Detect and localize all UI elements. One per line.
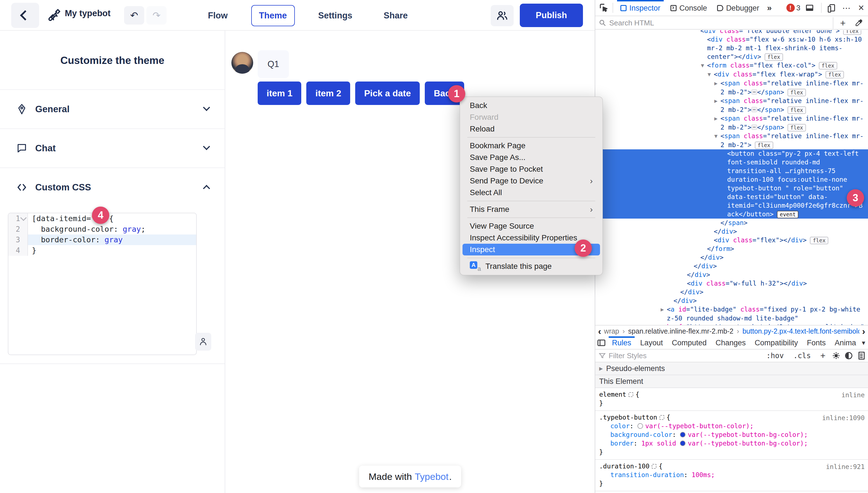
context-menu-item[interactable]: Forward	[463, 111, 600, 123]
add-rule-button[interactable]: +	[819, 350, 827, 361]
fold-chevron-icon[interactable]	[21, 238, 26, 242]
context-menu-item[interactable]: View Page Source	[463, 220, 600, 232]
redo-button[interactable]: ↷	[146, 6, 166, 25]
rule-source-location[interactable]: inline	[842, 391, 865, 400]
filter-styles-bar[interactable]: Filter Styles :hov .cls +	[595, 349, 868, 362]
twisty-icon[interactable]: ▼	[714, 132, 721, 141]
markup-badge[interactable]: flex	[788, 124, 806, 131]
node-picker-button[interactable]	[598, 3, 610, 13]
tree-node[interactable]: </div>	[595, 227, 868, 236]
tree-node-code[interactable]: <div class="flex bubble enter done">	[700, 30, 840, 34]
context-menu-item[interactable]: Send Page to Device ›	[463, 175, 600, 187]
rule-selector[interactable]: .duration-100	[599, 462, 649, 471]
markup-badge[interactable]: flex	[788, 106, 806, 114]
breadcrumb-item[interactable]: span.relative.inline-flex.mr-2.mb-2›	[628, 327, 743, 335]
css-rule[interactable]: element { inline }	[595, 388, 868, 411]
property-name[interactable]: color	[610, 422, 630, 430]
theme-section-row[interactable]: Chat	[0, 128, 225, 168]
eyedropper-button[interactable]	[853, 18, 865, 27]
css-rule[interactable]: .transition-all { inline:916 transition-…	[595, 491, 868, 493]
color-swatch[interactable]	[680, 441, 686, 446]
tree-node[interactable]: <div class="w-full h-32"></div>	[595, 279, 868, 288]
tree-node-code[interactable]: </div>	[714, 228, 737, 235]
highlight-toggle-icon[interactable]	[628, 392, 633, 397]
devtools-settings-button[interactable]: ⋯	[841, 3, 853, 13]
css-declaration[interactable]: transition-duration: 100ms;	[599, 471, 865, 479]
css-rule[interactable]: .duration-100 { inline:921 transition-du…	[595, 460, 868, 491]
property-name[interactable]: border	[610, 440, 633, 447]
highlight-toggle-icon[interactable]	[660, 415, 664, 420]
rule-selector[interactable]: element	[599, 390, 626, 399]
tree-node[interactable]: </div>	[595, 297, 868, 305]
devtools-tab[interactable]: Console	[665, 0, 712, 16]
breadcrumb-item[interactable]: wrap›	[604, 327, 628, 335]
property-value[interactable]: 100ms;	[692, 471, 715, 478]
context-menu-item[interactable]	[467, 217, 595, 218]
tree-node-code[interactable]: </div>	[680, 288, 703, 296]
tree-node-code[interactable]: <form class="flex flex-col">	[707, 62, 815, 69]
twisty-icon[interactable]: ▶	[661, 305, 667, 314]
close-devtools-button[interactable]: ×	[856, 2, 866, 14]
responsive-mode-button[interactable]	[828, 4, 837, 12]
tree-node-code[interactable]: </div>	[687, 271, 710, 278]
twisty-icon[interactable]: ▶	[714, 114, 721, 123]
theme-section-row[interactable]: Custom CSS	[0, 168, 225, 207]
breadcrumb-item[interactable]: button.py-2.px-4.text-left.font-semibold…	[743, 327, 859, 335]
panel-tab[interactable]: Anima	[830, 336, 859, 349]
css-declaration[interactable]: background-color: var(--typebot-button-b…	[599, 430, 865, 439]
twisty-icon[interactable]: ▶	[599, 366, 603, 371]
tree-node[interactable]: </div>	[595, 288, 868, 297]
tree-node-code[interactable]: <div class="flex w-6 xs:w-10 h-6 xs:h-10…	[707, 36, 866, 60]
tree-node-code[interactable]: <div class="flex flex-wrap">	[714, 71, 822, 78]
code-line[interactable]: 4 }	[8, 245, 196, 256]
tree-node-code[interactable]: </form>	[707, 245, 734, 252]
code-content[interactable]: [data-itemid=""] {	[28, 213, 196, 224]
error-count[interactable]: !3	[786, 4, 800, 12]
choice-button[interactable]: Pick a date	[355, 82, 420, 105]
tree-node-code[interactable]: </div>	[673, 297, 697, 304]
highlight-toggle-icon[interactable]	[652, 464, 657, 469]
rule-selector-row[interactable]: .duration-100 { inline:921	[599, 462, 865, 471]
code-content[interactable]: }	[28, 245, 196, 256]
tree-node[interactable]: </div>	[595, 271, 868, 279]
tree-node[interactable]: ▼<div class="flex flex-wrap">flex	[595, 70, 868, 79]
tree-node-code[interactable]: <div class="flex"></div>	[714, 236, 807, 244]
collaborators-button[interactable]	[491, 5, 513, 26]
property-name[interactable]: background-color	[610, 431, 672, 438]
rule-selector[interactable]: .typebot-button	[599, 413, 657, 422]
tree-node[interactable]: <button class="py-2 px-4 text-left font-…	[595, 149, 868, 219]
light-scheme-icon[interactable]	[834, 354, 838, 357]
context-menu-item[interactable]	[467, 137, 595, 137]
property-value[interactable]: var(--typebot-button-bg-color);	[688, 440, 808, 447]
dark-scheme-icon[interactable]	[845, 352, 852, 359]
markup-badge[interactable]: flex	[765, 53, 783, 61]
twisty-icon[interactable]: ▶	[714, 97, 721, 106]
main-tab[interactable]: Theme	[251, 5, 295, 26]
tree-node[interactable]: ▼<form class="flex flex-col">flex	[595, 61, 868, 70]
markup-badge[interactable]: flex	[755, 142, 773, 149]
markup-badge[interactable]: flex	[826, 71, 844, 79]
panel-tab[interactable]: Rules	[608, 336, 636, 349]
chevron-icon[interactable]	[203, 104, 210, 111]
tree-node[interactable]: ▼<span class="relative inline-flex mr-2 …	[595, 132, 868, 149]
color-swatch[interactable]	[638, 423, 643, 429]
tree-node-code[interactable]: </span>	[721, 219, 748, 227]
css-declaration[interactable]: border: 1px solid var(--typebot-button-b…	[599, 439, 865, 448]
panel-tab[interactable]: Computed	[667, 336, 711, 349]
context-menu-item[interactable]: This Frame ›	[463, 203, 600, 215]
css-declaration[interactable]: color: var(--typebot-button-color);	[599, 422, 865, 430]
fold-chevron-icon[interactable]	[21, 248, 26, 253]
property-value[interactable]: var(--typebot-button-bg-color);	[688, 431, 808, 438]
more-tabs-button[interactable]: »	[764, 3, 775, 13]
tree-node-code[interactable]: <span class="relative inline-flex mr-2 m…	[721, 132, 864, 149]
tree-node-code[interactable]: <a id="lite-badge" class="fixed py-1 px-…	[667, 306, 864, 325]
context-menu-item[interactable]	[467, 201, 595, 201]
back-button[interactable]	[11, 3, 39, 28]
css-rule[interactable]: .typebot-button { inline:1090 color: var…	[595, 411, 868, 460]
markup-badge[interactable]: flex	[819, 62, 837, 69]
tree-node-code[interactable]: <button class="py-2 px-4 text-left font-…	[727, 150, 863, 218]
context-menu-item[interactable]: Back	[463, 100, 600, 111]
context-menu-item[interactable]: Reload	[463, 123, 600, 135]
html-tree[interactable]: <div class="flex bubble enter done">flex…	[595, 30, 868, 325]
tree-node[interactable]: ▶<span class="relative inline-flex mr-2 …	[595, 79, 868, 97]
